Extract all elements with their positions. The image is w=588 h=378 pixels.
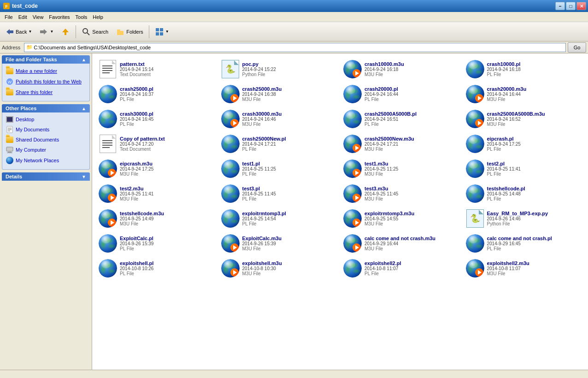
- my-network-link[interactable]: My Network Places: [4, 156, 88, 165]
- places-section: Other Places ▲ Desktop My Documents: [2, 104, 90, 170]
- file-info: eipcrash.pl2014-9-24 17:25PL File: [487, 136, 582, 152]
- file-date: 2014-9-25 14:48: [487, 191, 582, 196]
- file-item[interactable]: eipcrash.pl2014-9-24 17:25PL File: [463, 132, 585, 156]
- file-info: eipcrash.m3u2014-9-24 17:25M3U File: [120, 161, 215, 177]
- file-item[interactable]: crash10000.pl2014-9-24 16:18PL File: [463, 57, 585, 81]
- my-documents-link[interactable]: My Documents: [4, 125, 88, 134]
- svg-rect-11: [156, 28, 159, 31]
- back-button[interactable]: Back ▼: [2, 24, 35, 39]
- new-folder-link[interactable]: Make a new folder: [4, 66, 88, 76]
- close-button[interactable]: ✕: [576, 2, 586, 10]
- file-info: pattern.txt2014-9-24 15:14Text Document: [120, 61, 215, 77]
- file-info: test1.m3u2014-9-25 11:25M3U File: [365, 161, 459, 177]
- views-button[interactable]: ▼: [152, 24, 172, 39]
- details-header[interactable]: Details ▼: [2, 172, 90, 181]
- minimize-button[interactable]: –: [555, 2, 565, 10]
- publish-icon: W: [6, 78, 13, 85]
- file-item[interactable]: crash25000.m3u2014-9-24 16:38M3U File: [218, 82, 340, 106]
- up-button[interactable]: [58, 24, 73, 39]
- file-item[interactable]: pattern.txt2014-9-24 15:14Text Document: [96, 57, 218, 81]
- file-info: exploitshell.m3u2014-10-8 10:30M3U File: [242, 260, 337, 276]
- restore-button[interactable]: □: [566, 2, 576, 10]
- file-item[interactable]: test2.pl2014-9-25 11:41PL File: [463, 157, 585, 181]
- menu-view[interactable]: View: [30, 13, 47, 21]
- file-icon: [99, 135, 117, 153]
- forward-dropdown-icon[interactable]: ▼: [50, 30, 53, 34]
- svg-text:W: W: [8, 80, 12, 84]
- menu-help[interactable]: Help: [90, 13, 106, 21]
- file-type: PL File: [487, 196, 582, 201]
- file-name: test3.pl: [242, 186, 337, 191]
- address-label: Address: [2, 45, 22, 50]
- desktop-link[interactable]: Desktop: [4, 115, 88, 124]
- desktop-icon: [6, 116, 13, 123]
- file-item[interactable]: test1.pl2014-9-25 11:25PL File: [218, 157, 340, 181]
- file-item[interactable]: exploitrmtomp3.m3u2014-9-25 14:55M3U Fil…: [341, 207, 462, 230]
- file-item[interactable]: crash25000.pl2014-9-24 16:37PL File: [96, 82, 218, 106]
- file-date: 2014-9-24 17:21: [365, 142, 459, 147]
- publish-link[interactable]: W Publish this folder to the Web: [4, 77, 88, 86]
- file-item[interactable]: crash10000.m3u2014-9-24 16:18M3U File: [341, 57, 462, 81]
- file-item[interactable]: crash30000.m3u2014-9-24 16:46M3U File: [218, 107, 340, 131]
- file-item[interactable]: eipcrash.m3u2014-9-24 17:25M3U File: [96, 157, 218, 181]
- file-area[interactable]: pattern.txt2014-9-24 15:14Text Document🐍…: [92, 53, 588, 370]
- shared-documents-link[interactable]: Shared Documents: [4, 136, 88, 144]
- file-item[interactable]: Copy of pattern.txt2014-9-24 17:20Text D…: [96, 132, 218, 156]
- file-item[interactable]: ExploitCalc.m3u2014-9-26 15:39M3U File: [218, 231, 340, 255]
- address-input[interactable]: 📁 C:\Documents and Settings\USA\Desktop\…: [24, 43, 566, 52]
- menu-edit[interactable]: Edit: [16, 13, 30, 21]
- go-button[interactable]: Go: [568, 42, 586, 53]
- file-name: crash25000New.pl: [242, 136, 337, 142]
- menu-favorites[interactable]: Favorites: [46, 13, 72, 21]
- file-item[interactable]: crash25000New.pl2014-9-24 17:21PL File: [218, 132, 340, 156]
- share-link[interactable]: Share this folder: [4, 88, 88, 97]
- file-name: pattern.txt: [120, 61, 215, 67]
- back-dropdown-icon[interactable]: ▼: [28, 30, 32, 34]
- file-item[interactable]: test3.m3u2014-9-25 11:45M3U File: [341, 182, 462, 206]
- file-item[interactable]: crash25000A5000B.m3u2014-9-24 16:52M3U F…: [463, 107, 585, 131]
- file-info: ExploitCalc.pl2014-9-26 15:39PL File: [120, 236, 215, 251]
- forward-button[interactable]: ▼: [36, 24, 57, 39]
- file-date: 2014-9-25 14:49: [120, 216, 215, 221]
- file-name: crash25000.pl: [120, 86, 215, 92]
- file-item[interactable]: exploitshell.m3u2014-10-8 10:30M3U File: [218, 256, 340, 280]
- file-item[interactable]: exploitshell.pl2014-10-8 10:26PL File: [96, 256, 218, 280]
- file-item[interactable]: calc come and not crash.m3u2014-9-29 16:…: [341, 231, 462, 255]
- file-item[interactable]: exploitrmtomp3.pl2014-9-25 14:54PL File: [218, 207, 340, 230]
- file-item[interactable]: crash25000New.m3u2014-9-24 17:21M3U File: [341, 132, 462, 156]
- file-item[interactable]: test1.m3u2014-9-25 11:25M3U File: [341, 157, 462, 181]
- menu-file[interactable]: File: [2, 13, 16, 21]
- desktop-label: Desktop: [16, 117, 34, 122]
- file-item[interactable]: exploitshell2.pl2014-10-8 11:07PL File: [341, 256, 462, 280]
- file-item[interactable]: crash20000.pl2014-9-24 16:44PL File: [341, 82, 462, 106]
- file-item[interactable]: crash20000.m3u2014-9-24 16:44M3U File: [463, 82, 585, 106]
- views-dropdown-icon[interactable]: ▼: [165, 30, 169, 34]
- file-date: 2014-9-24 15:22: [242, 67, 337, 72]
- file-item[interactable]: exploitshell2.m3u2014-10-8 11:07M3U File: [463, 256, 585, 280]
- file-name: testshellcode.pl: [487, 186, 582, 191]
- svg-line-8: [87, 33, 89, 35]
- file-item[interactable]: test2.m3u2014-9-25 11:41M3U File: [96, 182, 218, 206]
- svg-rect-9: [117, 31, 123, 35]
- places-header[interactable]: Other Places ▲: [2, 104, 90, 112]
- file-icon: [99, 184, 117, 203]
- my-computer-link[interactable]: My Computer: [4, 145, 88, 154]
- file-date: 2014-9-25 14:55: [365, 216, 459, 221]
- file-name: crash10000.m3u: [365, 61, 459, 67]
- file-item[interactable]: testshellcode.pl2014-9-25 14:48PL File: [463, 182, 585, 206]
- file-item[interactable]: testshellcode.m3u2014-9-25 14:49M3U File: [96, 207, 218, 230]
- file-item[interactable]: test3.pl2014-9-25 11:45PL File: [218, 182, 340, 206]
- shared-documents-icon: [6, 136, 13, 143]
- search-button[interactable]: Search: [78, 24, 112, 39]
- file-item[interactable]: crash30000.pl2014-9-24 16:45PL File: [96, 107, 218, 131]
- file-item[interactable]: calc come and not crash.pl2014-9-29 16:4…: [463, 231, 585, 255]
- search-label: Search: [92, 29, 108, 35]
- file-item[interactable]: 🐍Easy_RM_to_MP3-exp.py2014-9-26 14:46Pyt…: [463, 207, 585, 230]
- folders-button[interactable]: Folders: [112, 24, 147, 39]
- file-item[interactable]: crash25000A5000B.pl2014-9-24 16:51PL Fil…: [341, 107, 462, 131]
- svg-rect-12: [160, 28, 163, 31]
- tasks-header[interactable]: File and Folder Tasks ▲: [2, 55, 90, 64]
- file-item[interactable]: ExploitCalc.pl2014-9-26 15:39PL File: [96, 231, 218, 255]
- menu-tools[interactable]: Tools: [73, 13, 90, 21]
- file-item[interactable]: 🐍poc.py2014-9-24 15:22Python File: [218, 57, 340, 81]
